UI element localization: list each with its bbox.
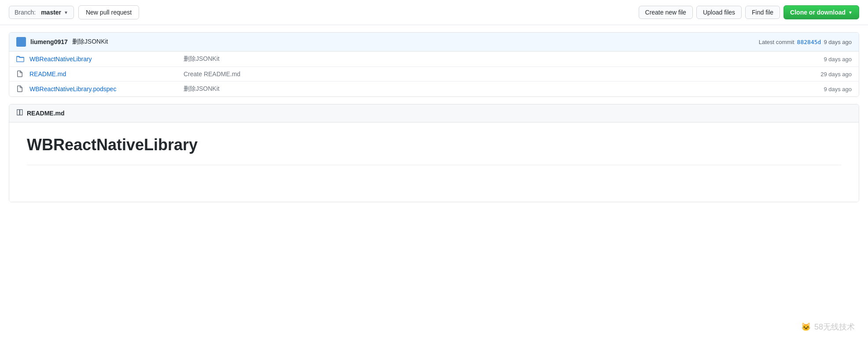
commit-avatar bbox=[16, 37, 26, 47]
latest-commit-label: Latest commit bbox=[759, 39, 794, 45]
branch-name: master bbox=[41, 9, 61, 16]
file-message: Create README.md bbox=[184, 70, 808, 78]
commit-time: 9 days ago bbox=[824, 39, 852, 45]
file-name-cell: README.md bbox=[29, 70, 184, 78]
branch-selector[interactable]: Branch: master ▼ bbox=[9, 6, 74, 19]
file-name-link[interactable]: WBReactNativeLibrary.podspec bbox=[29, 85, 116, 93]
readme-container: README.md WBReactNativeLibrary bbox=[9, 104, 859, 202]
file-icon bbox=[16, 70, 25, 78]
commit-hash[interactable]: 882845d bbox=[797, 39, 821, 45]
commit-row-right: Latest commit 882845d 9 days ago bbox=[759, 39, 852, 45]
readme-header: README.md bbox=[9, 104, 859, 122]
file-name-link[interactable]: README.md bbox=[29, 70, 66, 78]
clone-or-download-label: Clone or download bbox=[790, 9, 846, 16]
table-row: README.mdCreate README.md29 days ago bbox=[9, 67, 859, 82]
commit-author[interactable]: liumeng0917 bbox=[30, 38, 68, 45]
new-pull-request-button[interactable]: New pull request bbox=[78, 5, 139, 19]
commit-row: liumeng0917 删除JSONKit Latest commit 8828… bbox=[9, 33, 859, 52]
file-time: 9 days ago bbox=[808, 86, 852, 93]
table-row: WBReactNativeLibrary.podspec删除JSONKit9 d… bbox=[9, 82, 859, 96]
commit-message: 删除JSONKit bbox=[72, 38, 108, 46]
readme-divider bbox=[27, 165, 841, 165]
chevron-down-icon: ▼ bbox=[64, 10, 68, 15]
readme-icon bbox=[16, 109, 23, 118]
folder-icon bbox=[16, 56, 25, 63]
clone-or-download-button[interactable]: Clone or download ▼ bbox=[783, 5, 859, 19]
branch-label: Branch: bbox=[15, 9, 36, 16]
find-file-button[interactable]: Find file bbox=[745, 6, 780, 19]
readme-header-title: README.md bbox=[27, 110, 65, 117]
chevron-down-icon: ▼ bbox=[848, 10, 853, 15]
file-time: 9 days ago bbox=[808, 56, 852, 63]
file-name-link[interactable]: WBReactNativeLibrary bbox=[29, 56, 92, 63]
file-rows: WBReactNativeLibrary删除JSONKit9 days agoR… bbox=[9, 52, 859, 96]
file-message: 删除JSONKit bbox=[184, 85, 808, 93]
file-message: 删除JSONKit bbox=[184, 55, 808, 63]
file-time: 29 days ago bbox=[808, 71, 852, 78]
toolbar-right: Create new file Upload files Find file C… bbox=[639, 5, 859, 19]
upload-files-button[interactable]: Upload files bbox=[696, 6, 742, 19]
readme-main-title: WBReactNativeLibrary bbox=[27, 136, 841, 154]
create-new-file-button[interactable]: Create new file bbox=[639, 6, 693, 19]
commit-row-left: liumeng0917 删除JSONKit bbox=[16, 37, 108, 47]
file-icon bbox=[16, 85, 25, 93]
toolbar-left: Branch: master ▼ New pull request bbox=[9, 5, 139, 19]
file-name-cell: WBReactNativeLibrary bbox=[29, 56, 184, 63]
file-table-container: liumeng0917 删除JSONKit Latest commit 8828… bbox=[9, 32, 859, 97]
file-name-cell: WBReactNativeLibrary.podspec bbox=[29, 85, 184, 93]
readme-body: WBReactNativeLibrary bbox=[9, 122, 859, 202]
toolbar: Branch: master ▼ New pull request Create… bbox=[0, 0, 868, 25]
table-row: WBReactNativeLibrary删除JSONKit9 days ago bbox=[9, 52, 859, 67]
